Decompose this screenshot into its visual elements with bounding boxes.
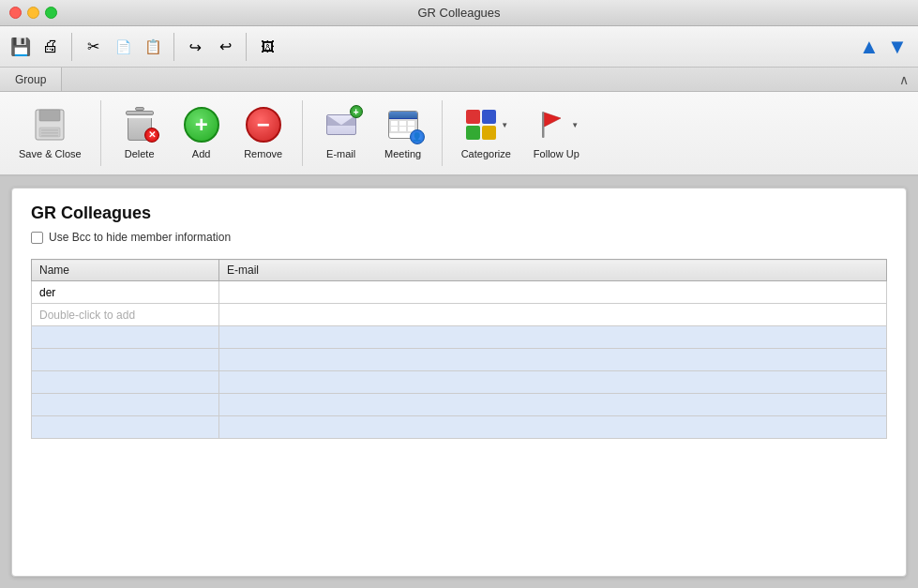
add-icon: + (182, 105, 221, 144)
bcc-checkbox[interactable] (31, 232, 43, 244)
group-tabbar: Group ∧ (0, 68, 918, 92)
categorize-label: Categorize (461, 148, 511, 160)
members-table: Name E-mail der Double-click to add (31, 259, 887, 439)
separator-2 (173, 33, 174, 61)
email-icon: + (322, 105, 361, 144)
empty-name-cell (32, 371, 219, 394)
categorize-dropdown-arrow: ▼ (501, 121, 508, 129)
save-toolbar-button[interactable]: 💾 (8, 34, 34, 60)
svg-rect-4 (41, 132, 58, 134)
svg-rect-6 (542, 112, 545, 138)
save-close-label: Save & Close (19, 148, 82, 160)
meeting-button[interactable]: 👤 Meeting (376, 99, 430, 166)
member-name-cell: der (32, 281, 219, 304)
window-title: GR Colleagues (417, 6, 500, 20)
empty-name-cell (32, 326, 219, 349)
maximize-button[interactable] (45, 7, 57, 19)
nav-arrows: ▲ ▼ (856, 34, 910, 60)
copy-toolbar-button[interactable]: 📄 (110, 34, 136, 60)
table-row[interactable]: Double-click to add (32, 304, 887, 326)
meeting-label: Meeting (384, 148, 421, 160)
attach-toolbar-button[interactable]: 🖼 (254, 34, 280, 60)
table-row (32, 371, 887, 394)
col-email: E-mail (219, 260, 887, 281)
table-row (32, 416, 887, 439)
empty-email-cell (219, 326, 887, 349)
delete-icon: ✕ (120, 105, 159, 144)
paste-toolbar-button[interactable]: 📋 (140, 34, 166, 60)
member-email-cell (219, 281, 887, 304)
col-name: Name (32, 260, 219, 281)
followup-button[interactable]: ▼ Follow Up (526, 99, 587, 166)
meeting-icon: 👤 (384, 105, 423, 144)
ribbon-sep-1 (100, 100, 101, 166)
table-row[interactable]: der (32, 281, 887, 304)
email-label: E-mail (326, 148, 355, 160)
close-button[interactable] (9, 7, 22, 19)
save-close-icon (30, 105, 69, 144)
print-toolbar-button[interactable]: 🖨 (38, 34, 64, 60)
svg-rect-1 (39, 110, 60, 121)
add-hint-email-cell (219, 304, 887, 326)
main-content: GR Colleagues Use Bcc to hide member inf… (11, 188, 907, 577)
traffic-lights[interactable] (9, 7, 57, 19)
group-tab[interactable]: Group (0, 68, 62, 91)
title-bar: GR Colleagues (0, 0, 918, 26)
empty-name-cell (32, 416, 219, 439)
categorize-button[interactable]: ▼ Categorize (454, 99, 519, 166)
ribbon-sep-3 (442, 100, 443, 166)
add-label: Add (192, 148, 211, 160)
nav-up-button[interactable]: ▲ (856, 34, 882, 60)
empty-name-cell (32, 394, 219, 416)
collapse-icon: ∧ (899, 72, 909, 87)
empty-name-cell (32, 349, 219, 371)
ribbon: Save & Close ✕ Delete + Add − Remove (0, 92, 918, 176)
table-row (32, 349, 887, 371)
add-button[interactable]: + Add (174, 99, 229, 166)
delete-label: Delete (125, 148, 155, 160)
categorize-icon: ▼ (466, 105, 505, 144)
save-close-button[interactable]: Save & Close (11, 99, 89, 166)
empty-email-cell (219, 416, 887, 439)
remove-button[interactable]: − Remove (236, 99, 291, 166)
svg-rect-3 (41, 129, 58, 131)
ribbon-sep-2 (302, 100, 303, 166)
bcc-label: Use Bcc to hide member information (49, 231, 231, 244)
email-button[interactable]: + E-mail (314, 99, 369, 166)
empty-email-cell (219, 349, 887, 371)
followup-icon: ▼ (536, 105, 576, 144)
collapse-button[interactable]: ∧ (890, 72, 918, 87)
cut-toolbar-button[interactable]: ✂ (80, 34, 106, 60)
nav-down-button[interactable]: ▼ (884, 34, 910, 60)
top-toolbar: 💾 🖨 ✂ 📄 📋 ↩ ↩ 🖼 ▲ ▼ (0, 26, 918, 68)
minimize-button[interactable] (27, 7, 39, 19)
group-tab-label: Group (15, 73, 46, 86)
empty-email-cell (219, 394, 887, 416)
followup-label: Follow Up (534, 148, 579, 160)
followup-dropdown-arrow: ▼ (571, 121, 579, 129)
svg-rect-5 (41, 135, 58, 137)
separator-3 (246, 33, 247, 61)
form-title: GR Colleagues (31, 204, 887, 223)
add-hint-cell: Double-click to add (32, 304, 219, 326)
bcc-row: Use Bcc to hide member information (31, 231, 887, 244)
remove-label: Remove (244, 148, 282, 160)
table-row (32, 326, 887, 349)
separator-1 (71, 33, 72, 61)
redo-toolbar-button[interactable]: ↩ (212, 34, 238, 60)
delete-button[interactable]: ✕ Delete (113, 99, 167, 166)
table-row (32, 394, 887, 416)
empty-email-cell (219, 371, 887, 394)
remove-icon: − (244, 105, 283, 144)
undo-toolbar-button[interactable]: ↩ (182, 34, 208, 60)
